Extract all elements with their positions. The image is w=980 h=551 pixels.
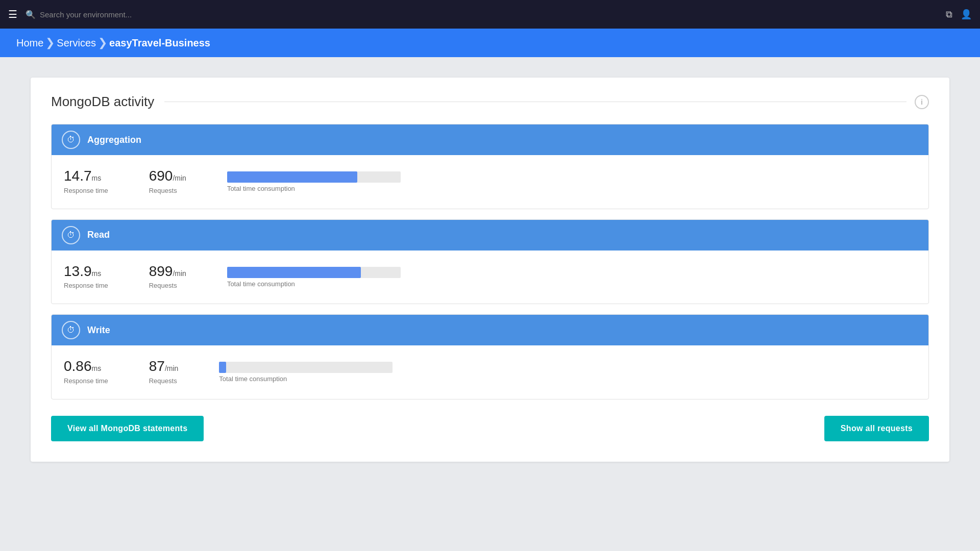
read-bar-label: Total time consumption [227, 280, 916, 288]
topnav: ☰ 🔍 Search your environment... ⧉ 👤 [0, 0, 980, 29]
aggregation-requests: 690/min Requests [149, 167, 186, 194]
card-footer: View all MongoDB statements Show all req… [51, 416, 929, 441]
breadcrumb-current: easyTravel-Business [109, 37, 210, 49]
write-bar-group: Total time consumption [219, 358, 916, 383]
write-title: Write [87, 325, 110, 336]
search-bar[interactable]: 🔍 Search your environment... [26, 10, 938, 19]
breadcrumb: Home ❯ Services ❯ easyTravel-Business [0, 29, 980, 57]
read-icon: ⏱ [62, 226, 80, 244]
aggregation-response-label: Response time [64, 187, 108, 194]
write-icon: ⏱ [62, 321, 80, 339]
read-bar-group: Total time consumption [227, 263, 916, 288]
search-icon: 🔍 [26, 10, 36, 19]
show-requests-button[interactable]: Show all requests [824, 416, 929, 441]
card-title-divider [164, 102, 906, 102]
write-bar-track [219, 362, 393, 373]
topnav-right: ⧉ 👤 [946, 9, 972, 20]
aggregation-bar-track [227, 171, 401, 183]
breadcrumb-sep-1: ❯ [45, 36, 55, 49]
user-icon[interactable]: 👤 [961, 9, 972, 20]
breadcrumb-sep-2: ❯ [98, 36, 107, 49]
aggregation-response-time: 14.7ms Response time [64, 167, 108, 194]
read-requests-label: Requests [149, 282, 186, 289]
write-response-time: 0.86ms Response time [64, 358, 108, 385]
aggregation-body: 14.7ms Response time 690/min Requests To… [52, 155, 928, 209]
write-section: ⏱ Write 0.86ms Response time 87/min Requ… [51, 314, 929, 399]
write-requests-label: Requests [149, 377, 179, 385]
read-body: 13.9ms Response time 899/min Requests To… [52, 251, 928, 304]
read-requests: 899/min Requests [149, 263, 186, 290]
write-requests-value: 87/min [149, 358, 179, 375]
write-header: ⏱ Write [52, 315, 928, 345]
card-title-row: MongoDB activity i [51, 94, 929, 110]
menu-icon[interactable]: ☰ [8, 8, 17, 20]
read-title: Read [87, 230, 110, 240]
aggregation-bar-label: Total time consumption [227, 185, 916, 192]
write-response-value: 0.86ms [64, 358, 108, 375]
view-mongodb-button[interactable]: View all MongoDB statements [51, 416, 204, 441]
write-body: 0.86ms Response time 87/min Requests Tot… [52, 345, 928, 399]
main-content: MongoDB activity i ⏱ Aggregation 14.7ms … [0, 57, 980, 482]
read-header: ⏱ Read [52, 220, 928, 251]
aggregation-bar-group: Total time consumption [227, 167, 916, 192]
aggregation-response-value: 14.7ms [64, 167, 108, 185]
card-title: MongoDB activity [51, 94, 154, 110]
aggregation-section: ⏱ Aggregation 14.7ms Response time 690/m… [51, 124, 929, 209]
write-requests: 87/min Requests [149, 358, 179, 385]
search-placeholder: Search your environment... [40, 10, 132, 19]
aggregation-requests-label: Requests [149, 187, 186, 194]
aggregation-requests-value: 690/min [149, 167, 186, 185]
read-response-time: 13.9ms Response time [64, 263, 108, 290]
aggregation-icon: ⏱ [62, 131, 80, 149]
breadcrumb-services[interactable]: Services [57, 37, 96, 49]
read-requests-value: 899/min [149, 263, 186, 280]
read-response-label: Response time [64, 282, 108, 289]
read-bar-track [227, 267, 401, 278]
aggregation-header: ⏱ Aggregation [52, 124, 928, 155]
read-response-value: 13.9ms [64, 263, 108, 280]
aggregation-title: Aggregation [87, 135, 141, 145]
window-icon[interactable]: ⧉ [946, 9, 952, 20]
mongodb-card: MongoDB activity i ⏱ Aggregation 14.7ms … [31, 78, 949, 462]
info-icon[interactable]: i [915, 95, 929, 109]
breadcrumb-home[interactable]: Home [16, 37, 43, 49]
aggregation-bar-fill [227, 171, 357, 183]
read-bar-fill [227, 267, 361, 278]
write-bar-fill [219, 362, 226, 373]
write-bar-label: Total time consumption [219, 375, 916, 383]
write-response-label: Response time [64, 377, 108, 385]
read-section: ⏱ Read 13.9ms Response time 899/min Requ… [51, 219, 929, 305]
